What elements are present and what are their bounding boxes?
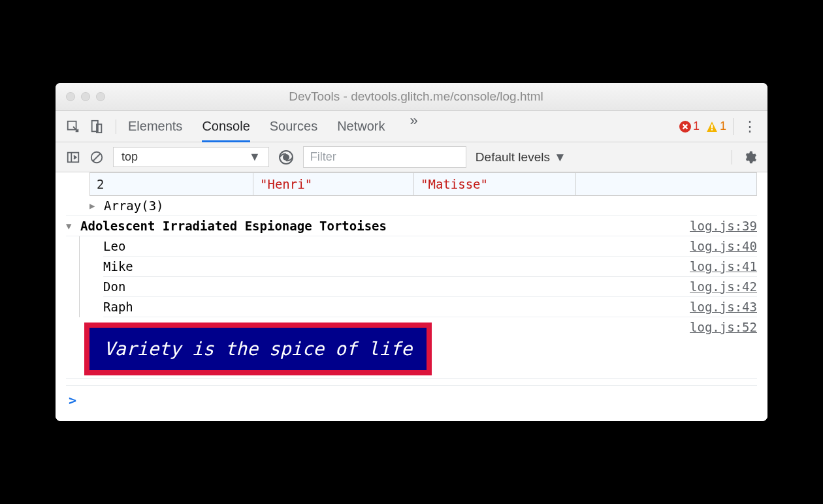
context-label: top (121, 150, 138, 164)
devtools-window: DevTools - devtools.glitch.me/console/lo… (56, 83, 767, 421)
live-expression-icon[interactable] (278, 150, 294, 165)
disclosure-triangle-icon[interactable]: ▼ (66, 221, 76, 231)
tabs-overflow-icon[interactable]: » (410, 112, 418, 141)
console-settings-icon[interactable] (732, 150, 757, 165)
status-badges: 1 1 (679, 119, 726, 133)
source-link[interactable]: log.js:43 (690, 300, 757, 314)
tabs-bar: Elements Console Sources Network » 1 1 ⋮ (56, 111, 767, 142)
svg-line-9 (93, 153, 101, 161)
svg-point-10 (283, 154, 289, 161)
chevron-down-icon: ▼ (249, 150, 261, 164)
tab-console[interactable]: Console (202, 112, 250, 142)
group-body: Leo log.js:40 Mike log.js:41 Don log.js:… (79, 236, 757, 317)
styled-log-row: Variety is the spice of life log.js:52 (66, 317, 757, 379)
error-count-badge[interactable]: 1 (679, 119, 700, 133)
chevron-down-icon: ▼ (554, 150, 566, 165)
window-title: DevTools - devtools.glitch.me/console/lo… (121, 89, 711, 104)
source-link[interactable]: log.js:42 (690, 279, 757, 294)
table-cell-first: "Henri" (253, 173, 414, 195)
source-link[interactable]: log.js:39 (690, 219, 757, 233)
inspect-element-icon[interactable] (66, 119, 80, 134)
tab-elements[interactable]: Elements (128, 112, 182, 141)
table-cell-empty (576, 173, 756, 195)
styled-log-message: Variety is the spice of life (84, 323, 432, 375)
warning-icon (706, 121, 718, 133)
filter-input[interactable] (303, 146, 466, 168)
log-levels-select[interactable]: Default levels ▼ (476, 150, 566, 165)
levels-label: Default levels (476, 150, 550, 165)
array-log-row[interactable]: ▶ Array(3) (66, 196, 757, 216)
source-link[interactable]: log.js:40 (690, 239, 757, 253)
console-output: 2 "Henri" "Matisse" ▶ Array(3) ▼ Adolesc… (56, 172, 767, 421)
error-icon (679, 121, 691, 133)
clear-console-icon[interactable] (89, 150, 104, 165)
execution-context-select[interactable]: top ▼ (113, 147, 269, 167)
table-cell-last: "Matisse" (414, 173, 576, 195)
log-row: Leo log.js:40 (103, 236, 757, 257)
more-menu-icon[interactable]: ⋮ (733, 118, 757, 135)
window-titlebar: DevTools - devtools.glitch.me/console/lo… (56, 83, 767, 111)
traffic-lights (66, 92, 105, 101)
log-text: Don (103, 279, 125, 294)
console-toolbar: top ▼ Default levels ▼ (56, 142, 767, 172)
table-cell-index: 2 (90, 173, 253, 195)
svg-rect-4 (711, 124, 713, 128)
close-button[interactable] (66, 92, 75, 101)
log-text: Leo (103, 239, 125, 253)
log-row: Raph log.js:43 (103, 297, 757, 317)
source-link[interactable]: log.js:41 (690, 259, 757, 274)
warning-count-badge[interactable]: 1 (706, 119, 726, 133)
svg-rect-5 (711, 129, 713, 130)
tab-network[interactable]: Network (337, 112, 385, 141)
disclosure-triangle-icon[interactable]: ▶ (89, 200, 100, 211)
console-prompt[interactable]: > (66, 385, 757, 411)
minimize-button[interactable] (81, 92, 90, 101)
group-title: Adolescent Irradiated Espionage Tortoise… (80, 219, 387, 233)
source-link[interactable]: log.js:52 (690, 320, 757, 334)
inspect-tools (66, 119, 116, 134)
warning-count: 1 (720, 119, 726, 133)
log-text: Raph (103, 300, 133, 314)
tab-sources[interactable]: Sources (270, 112, 317, 141)
device-toolbar-icon[interactable] (89, 119, 104, 134)
log-row: Don log.js:42 (103, 277, 757, 297)
prompt-icon: > (69, 392, 76, 408)
panel-tabs: Elements Console Sources Network » (128, 112, 669, 141)
log-row: Mike log.js:41 (103, 257, 757, 277)
array-summary: Array(3) (104, 198, 164, 213)
toggle-sidebar-icon[interactable] (66, 150, 80, 165)
table-row: 2 "Henri" "Matisse" (89, 172, 757, 196)
error-count: 1 (693, 119, 700, 133)
group-header-row[interactable]: ▼ Adolescent Irradiated Espionage Tortoi… (66, 216, 757, 236)
zoom-button[interactable] (96, 92, 105, 101)
log-text: Mike (103, 259, 133, 274)
